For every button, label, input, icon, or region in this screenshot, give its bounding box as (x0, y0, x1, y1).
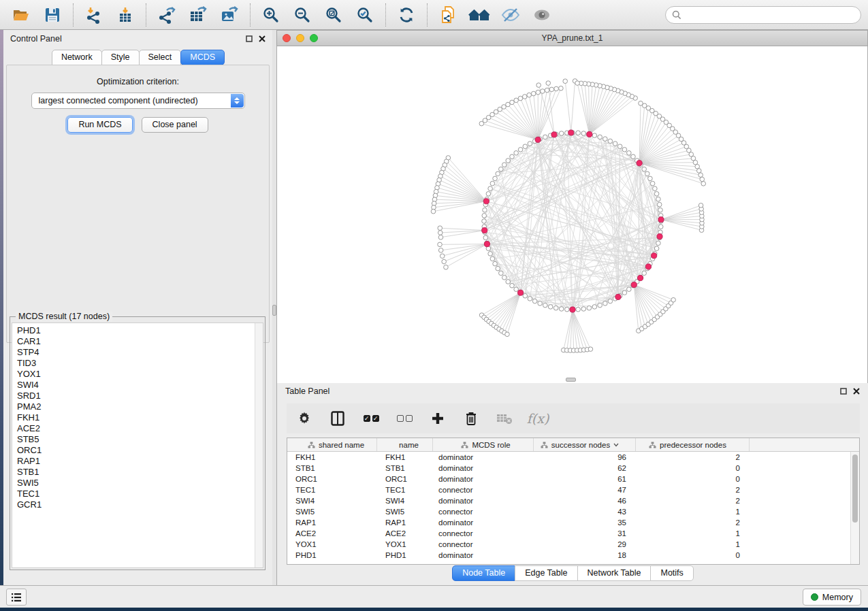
graph-leaf-node[interactable] (546, 81, 551, 86)
graph-leaf-node[interactable] (549, 87, 554, 92)
graph-leaf-node[interactable] (506, 102, 511, 107)
zoom-fit-button[interactable] (319, 3, 348, 27)
graph-node[interactable] (499, 271, 504, 276)
graph-node[interactable] (499, 167, 504, 171)
graph-leaf-node[interactable] (545, 88, 549, 93)
list-item[interactable]: FKH1 (17, 412, 263, 423)
export-table-button[interactable] (184, 3, 212, 27)
graph-hub-node[interactable] (570, 307, 575, 312)
graph-node[interactable] (592, 305, 597, 310)
graph-leaf-node[interactable] (531, 91, 536, 96)
graph-leaf-node[interactable] (700, 177, 705, 182)
select-all-button[interactable]: ✓✓ (363, 410, 379, 427)
graph-node[interactable] (622, 291, 627, 295)
tab-mcds[interactable]: MCDS (180, 50, 225, 65)
graph-leaf-node[interactable] (701, 182, 706, 186)
graph-hub-node[interactable] (484, 242, 489, 247)
graph-node[interactable] (631, 154, 636, 159)
save-session-button[interactable] (38, 3, 67, 27)
tab-select[interactable]: Select (139, 50, 182, 65)
table-scrollbar-thumb[interactable] (852, 455, 858, 523)
graph-node[interactable] (483, 235, 488, 240)
graph-node[interactable] (538, 301, 543, 306)
graph-leaf-node[interactable] (440, 254, 445, 259)
tab-network-table[interactable]: Network Table (577, 565, 652, 581)
graph-node[interactable] (648, 176, 653, 181)
graph-node[interactable] (523, 293, 528, 298)
graph-node[interactable] (617, 144, 622, 149)
graph-leaf-node[interactable] (444, 265, 449, 269)
graph-hub-node[interactable] (637, 275, 643, 280)
close-panel-icon[interactable] (259, 35, 266, 42)
graph-node[interactable] (490, 257, 495, 261)
table-row[interactable]: YOX1YOX1connector291 (287, 539, 859, 550)
graph-node[interactable] (559, 131, 564, 136)
column-header-successor-nodes[interactable]: successor nodes (534, 438, 636, 451)
graph-node[interactable] (482, 219, 487, 224)
graph-node[interactable] (654, 246, 659, 251)
graph-hub-node[interactable] (652, 253, 657, 259)
graph-node[interactable] (543, 135, 548, 139)
graph-leaf-node[interactable] (438, 235, 443, 240)
graph-node[interactable] (657, 202, 662, 207)
tab-style[interactable]: Style (101, 50, 140, 65)
graph-node[interactable] (656, 241, 661, 246)
table-row[interactable]: SWI5SWI5connector431 (287, 506, 859, 517)
table-row[interactable]: PHD1PHD1dominator180 (287, 550, 859, 561)
list-item[interactable]: YOX1 (17, 369, 263, 380)
graph-node[interactable] (514, 287, 519, 292)
tab-node-table[interactable]: Node Table (452, 565, 515, 581)
graph-leaf-node[interactable] (588, 347, 593, 352)
list-item[interactable]: RAP1 (17, 456, 263, 467)
graph-leaf-node[interactable] (527, 93, 532, 97)
graph-leaf-node[interactable] (541, 89, 545, 94)
deselect-all-button[interactable] (396, 410, 413, 427)
graph-node[interactable] (486, 192, 491, 197)
graph-leaf-node[interactable] (695, 164, 700, 169)
graph-node[interactable] (603, 137, 608, 142)
graph-leaf-node[interactable] (522, 95, 527, 99)
graph-node[interactable] (592, 133, 597, 138)
graph-node[interactable] (608, 139, 613, 144)
graph-node[interactable] (598, 135, 602, 139)
import-network-button[interactable] (80, 3, 108, 27)
horizontal-splitter-handle[interactable] (566, 378, 576, 382)
graph-hub-node[interactable] (637, 161, 642, 166)
table-row[interactable]: ACE2ACE2connector311 (287, 528, 859, 539)
graph-hub-node[interactable] (517, 290, 523, 295)
graph-leaf-node[interactable] (438, 242, 443, 247)
search-input[interactable] (686, 10, 854, 20)
graph-node[interactable] (627, 287, 632, 292)
graph-node[interactable] (608, 299, 613, 303)
graph-hub-node[interactable] (483, 199, 489, 204)
export-image-button[interactable] (215, 3, 244, 27)
list-item[interactable]: TEC1 (17, 489, 263, 499)
graph-node[interactable] (510, 283, 515, 288)
zoom-selected-button[interactable] (351, 3, 379, 27)
graph-node[interactable] (603, 301, 608, 306)
graph-node[interactable] (493, 176, 498, 181)
graph-node[interactable] (490, 181, 495, 186)
graph-hub-node[interactable] (587, 131, 592, 137)
show-all-button[interactable] (528, 3, 556, 27)
graph-hub-node[interactable] (645, 264, 651, 269)
graph-leaf-node[interactable] (536, 83, 541, 88)
column-header-mcds-role[interactable]: MCDS role (433, 438, 534, 451)
graph-leaf-node[interactable] (563, 79, 568, 84)
graph-node[interactable] (488, 252, 493, 257)
graph-node[interactable] (553, 306, 558, 310)
hide-selected-button[interactable] (496, 3, 525, 27)
add-column-button[interactable] (430, 410, 446, 427)
graph-node[interactable] (576, 131, 581, 135)
graph-node[interactable] (514, 151, 519, 156)
float-table-panel-icon[interactable] (840, 388, 847, 395)
graph-leaf-node[interactable] (514, 98, 519, 103)
graph-leaf-node[interactable] (438, 226, 443, 231)
graph-node[interactable] (532, 299, 537, 303)
table-row[interactable]: TEC1TEC1connector472 (287, 484, 859, 495)
graph-node[interactable] (656, 197, 661, 201)
graph-node[interactable] (576, 307, 581, 312)
list-item[interactable]: STP4 (17, 347, 263, 358)
refresh-view-button[interactable] (392, 3, 421, 27)
graph-node[interactable] (565, 307, 570, 312)
